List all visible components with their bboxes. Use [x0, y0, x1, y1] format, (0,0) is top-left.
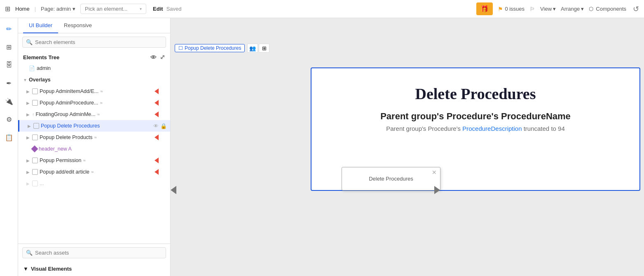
page-label: Page: admin: [41, 6, 71, 12]
faded-chevron: ▶: [26, 181, 32, 186]
home-link[interactable]: Home: [15, 6, 30, 12]
popup-title: Delete Procedures: [311, 68, 639, 111]
canvas-popup-label[interactable]: ☐ Popup Delete Procedures: [175, 44, 245, 52]
popup-box-icon: ☐: [178, 45, 183, 51]
gift-button[interactable]: 🎁: [476, 2, 493, 15]
visual-elements-chevron-icon: ▼: [23, 266, 28, 272]
undo-button[interactable]: ↺: [633, 5, 639, 14]
search-assets-box[interactable]: 🔍: [22, 247, 166, 258]
red-arrow-4: [155, 135, 159, 140]
tree-item-admin[interactable]: 📄 admin: [18, 63, 170, 74]
arrange-label: Arrange: [561, 6, 580, 12]
ui-builder-icon[interactable]: ✏: [2, 21, 16, 36]
edit-label[interactable]: Edit: [153, 6, 163, 12]
tree-item-popup-add-edit[interactable]: ▶ Popup add/edit article ≈: [18, 166, 170, 178]
header-new-label: header_new A: [39, 146, 72, 152]
elements-tree-label: Elements Tree: [23, 54, 59, 60]
popup-delete-products-label: Popup Delete Products: [40, 135, 93, 140]
overflow-icon-1[interactable]: ≈: [100, 89, 103, 94]
edit-saved-group: Edit Saved: [153, 6, 181, 12]
popup-delete-lock-icon[interactable]: 🔒: [160, 123, 167, 129]
popup-admin-proc-label: Popup AdminProcedure...: [40, 100, 98, 106]
pencil-icon[interactable]: ✒: [2, 76, 16, 90]
logs-icon[interactable]: 📋: [2, 130, 16, 145]
search-elements-icon: 🔍: [26, 39, 33, 45]
mini-popup-close-icon[interactable]: ✕: [432, 169, 437, 176]
canvas-users-icon[interactable]: 👥: [247, 44, 258, 53]
visual-elements-header[interactable]: ▼ Visual Elements: [18, 262, 170, 276]
tree-item-header-new[interactable]: header_new A: [18, 143, 170, 155]
icon-bar: ✏ ⊞ 🗄 ✒ 🔌 ⚙ 📋: [0, 18, 18, 276]
tree-item-floating-group[interactable]: ▶ ↑ FloatingGroup AdminMe... ≈: [18, 109, 170, 120]
red-arrow-5: [155, 158, 159, 163]
popup-delete-checkbox: [33, 123, 39, 129]
grid-icon[interactable]: ⊞: [5, 5, 10, 13]
page-selector[interactable]: Page: admin ▾: [41, 6, 75, 12]
settings-icon[interactable]: ⚙: [2, 112, 16, 127]
network-icon[interactable]: ⊞: [2, 39, 16, 54]
popup-admin-item-chevron: ▶: [26, 89, 32, 94]
page-icon: 📄: [29, 65, 35, 71]
popup-permission-label: Popup Permission: [40, 158, 81, 163]
overflow-icon-2[interactable]: ≈: [100, 100, 102, 105]
issues-indicator[interactable]: ⚑ 0 issues: [498, 6, 525, 12]
overflow-icon-4[interactable]: ≈: [94, 135, 97, 140]
element-picker-text: Pick an element...: [85, 6, 127, 12]
components-button[interactable]: ⬡ Components: [589, 6, 626, 12]
overflow-icon-6[interactable]: ≈: [91, 169, 94, 174]
elements-tree-header: Elements Tree 👁 ⤢: [18, 51, 170, 63]
canvas-area: ☐ Popup Delete Procedures 👥 ⊞ Delete Pro…: [171, 18, 644, 276]
popup-admin-item-checkbox: [32, 88, 38, 94]
database-icon[interactable]: 🗄: [2, 58, 16, 72]
element-picker[interactable]: Pick an element... ▾: [80, 4, 146, 14]
visual-elements-label: Visual Elements: [31, 266, 72, 272]
eye-toggle-icon[interactable]: 👁: [150, 54, 157, 61]
canvas-grid-icon[interactable]: ⊞: [259, 44, 269, 53]
popup-add-edit-checkbox: [32, 169, 38, 175]
popup-delete-icons: 👁 🔒: [153, 123, 167, 129]
popup-desc: Parent group's Procedure's ProcedureDesc…: [311, 125, 639, 144]
elements-tree-scroll: 📄 admin ▼ Overlays ▶ Popup AdminItemAdd/…: [18, 63, 170, 244]
overflow-icon-5[interactable]: ≈: [83, 158, 85, 163]
view-button[interactable]: View ▾: [540, 6, 556, 12]
popup-desc-blue: ProcedureDescription: [462, 125, 522, 132]
search-assets-input[interactable]: [35, 250, 162, 256]
tab-ui-builder[interactable]: UI Builder: [23, 18, 58, 33]
expand-icon[interactable]: ⤢: [160, 53, 165, 61]
topbar-separator: |: [35, 6, 36, 12]
tree-item-faded[interactable]: ▶ ...: [18, 178, 170, 189]
view-chevron-icon: ▾: [553, 6, 556, 12]
search-elements-input[interactable]: [35, 39, 162, 45]
tree-item-popup-permission[interactable]: ▶ Popup Permission ≈: [18, 155, 170, 166]
tree-item-popup-admin-proc[interactable]: ▶ Popup AdminProcedure... ≈: [18, 97, 170, 109]
tab-responsive[interactable]: Responsive: [58, 18, 98, 33]
picker-chevron-icon: ▾: [140, 7, 142, 11]
arrange-button[interactable]: Arrange ▾: [561, 6, 584, 12]
floating-group-chevron: ▶: [26, 112, 32, 117]
red-arrow-3: [155, 111, 159, 117]
overlays-label: Overlays: [29, 77, 51, 83]
overflow-icon-3[interactable]: ≈: [97, 112, 100, 117]
popup-add-edit-chevron: ▶: [26, 170, 32, 174]
mini-popup-title: Delete Procedures: [349, 172, 433, 185]
popup-desc-text1: Parent group's Procedure's: [386, 125, 462, 132]
overlays-chevron-icon: ▼: [23, 78, 29, 82]
assets-section: 🔍 ▼ Visual Elements: [18, 244, 170, 276]
popup-delete-eye-icon[interactable]: 👁: [153, 123, 159, 129]
main-layout: ✏ ⊞ 🗄 ✒ 🔌 ⚙ 📋 UI Builder Responsive 🔍 El…: [0, 18, 644, 276]
topbar: ⊞ Home | Page: admin ▾ Pick an element..…: [0, 0, 644, 18]
panel-arrow-right: [171, 186, 176, 194]
page-chevron-icon: ▾: [73, 6, 75, 12]
tree-item-popup-delete-products[interactable]: ▶ Popup Delete Products ≈: [18, 132, 170, 143]
plugin-icon[interactable]: 🔌: [2, 94, 16, 109]
cube-icon: ⬡: [589, 6, 593, 12]
tree-header-icons: 👁 ⤢: [150, 53, 165, 61]
tree-item-overlays[interactable]: ▼ Overlays: [18, 74, 170, 86]
tree-item-popup-delete-procedures[interactable]: ▶ Popup Delete Procedures 👁 🔒: [18, 120, 170, 132]
panel-arrow-left: [434, 186, 440, 194]
popup-delete-procedures-label: Popup Delete Procedures: [41, 123, 100, 129]
tree-item-popup-admin-item[interactable]: ▶ Popup AdminItemAdd/E... ≈: [18, 86, 170, 97]
warning-icon: ⚑: [498, 6, 503, 12]
search-elements-box[interactable]: 🔍: [22, 37, 166, 48]
canvas-popup-label-text: Popup Delete Procedures: [185, 45, 241, 51]
